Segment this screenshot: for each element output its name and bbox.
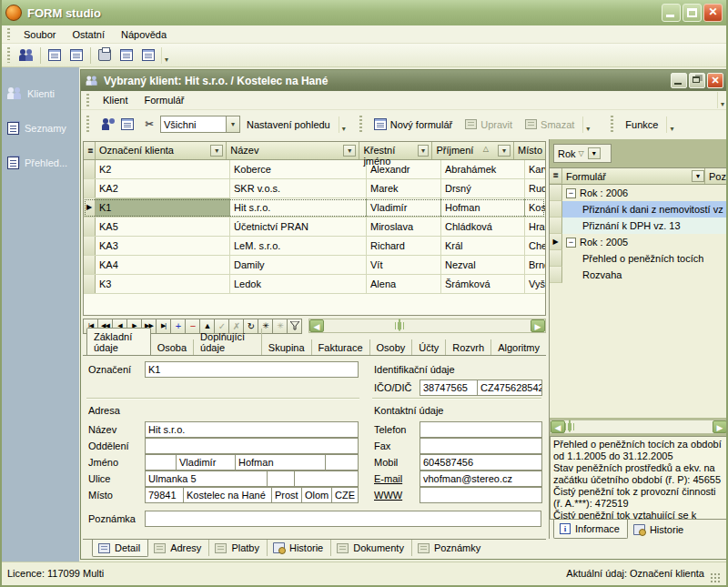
company-filter-button[interactable] [116,115,138,135]
oznaceni-field[interactable]: K1 [145,361,359,378]
toolbar-grip[interactable] [86,116,90,132]
column-header-misto[interactable]: Místo [514,142,545,159]
tab-informace[interactable]: iInformace [553,520,628,539]
kraj-field[interactable]: Olom [301,487,332,503]
column-header-oznaceni[interactable]: Označení klienta▾ [96,142,227,159]
tab-adresy[interactable]: Adresy [148,540,209,556]
ulice-field[interactable]: Ulmanka 5 [145,471,268,487]
table-row[interactable]: K2 Koberce Alexandr Abrahámek Karv [84,160,545,179]
view-settings-button[interactable]: Nastavení pohledu [240,116,337,133]
sidebar-item-seznamy[interactable]: Seznamy [2,115,79,142]
misto-field[interactable]: Kostelec na Hané [183,487,272,503]
tab-historie-info[interactable]: Historie [628,520,691,539]
menu-napoveda[interactable]: Nápověda [113,27,175,42]
grid-menu-icon[interactable]: ≣ [84,142,96,159]
collapse-icon[interactable]: − [566,238,576,248]
tab-osoba[interactable]: Osoba [151,339,194,356]
chevron-down-icon[interactable]: ▾ [210,145,223,157]
telefon-field[interactable] [420,421,542,438]
chevron-down-icon[interactable]: ▾ [588,147,601,159]
forms-button[interactable] [66,46,87,66]
cislo2-field[interactable] [294,471,359,487]
scroll-right-arrow[interactable]: ▶ [531,319,545,332]
nav-filter-button[interactable] [287,319,302,334]
copy-button[interactable] [116,46,137,66]
child-close-button[interactable]: ✕ [707,73,723,88]
new-form-button[interactable]: Nový formulář [368,116,459,133]
tab-dokumenty[interactable]: Dokumenty [331,540,412,556]
toolbar-chevron[interactable]: ▾ [582,116,592,133]
prijmeni-field[interactable]: Hofman [235,454,326,471]
column-header-nazev[interactable]: Název▾ [227,142,359,159]
client-filter-combobox[interactable]: Všichni ▾ [160,116,240,133]
tab-algoritmy[interactable]: Algoritmy [491,339,546,356]
menu-klient[interactable]: Klient [95,93,136,107]
grid-horizontal-scrollbar[interactable]: ◀ ▶ [308,319,546,333]
table-row[interactable]: KA2 SKR v.o.s. Marek Drsný Rudn [84,179,545,198]
toolbar-grip[interactable] [359,116,363,132]
delete-form-button[interactable]: Smazat [519,116,581,133]
toolbar-grip[interactable] [610,116,614,132]
tab-osoby[interactable]: Osoby [370,339,413,356]
forms-item-row[interactable]: Přiznání k DPH vz. 13 [550,218,728,234]
tab-poznamky[interactable]: Poznámky [412,540,488,556]
tab-detail[interactable]: Detail [92,540,148,557]
poznamka-field[interactable] [145,511,541,527]
scrollbar-thumb[interactable] [569,420,571,432]
column-header-prijmeni[interactable]: Příjmení△▾ [432,142,514,159]
sidebar-item-prehled[interactable]: Přehled... [2,149,79,177]
sidebar-item-klienti[interactable]: Klienti [2,80,79,107]
ico-field[interactable]: 38747565 [420,380,478,396]
menu-soubor[interactable]: Soubor [15,27,64,42]
collapse-icon[interactable]: − [566,188,576,198]
column-header-krestni-jmeno[interactable]: Křestní jméno▾ [359,142,432,159]
menu-ostatni[interactable]: Ostatní [64,27,112,42]
child-restore-button[interactable] [689,73,705,88]
minimize-button[interactable] [662,4,681,22]
okres-field[interactable]: Prost [271,487,302,503]
forms-item-row[interactable]: Rozvaha [550,267,728,283]
scroll-right-arrow[interactable]: ▶ [713,420,727,433]
tab-rozvrh[interactable]: Rozvrh [446,339,491,356]
chevron-down-icon[interactable]: ▾ [418,145,430,157]
titul-field[interactable] [145,454,177,471]
tab-zakladni-udaje[interactable]: Základní údaje [86,328,151,356]
table-row-selected[interactable]: ▶ K1 Hit s.r.o. Vladimír Hofman Kost [84,198,545,218]
clients-button[interactable] [15,46,37,66]
functions-button[interactable]: Funkce [619,116,664,133]
cislo1-field[interactable] [267,471,295,487]
calculator-button[interactable] [44,46,66,66]
www-link-label[interactable]: WWW [374,490,402,501]
nazev-field[interactable]: Hit s.r.o. [145,421,359,438]
fax-field[interactable] [420,438,542,454]
toolbar-chevron[interactable]: ▾ [666,116,676,133]
tab-ucty[interactable]: Účty [412,339,446,356]
person-filter-button[interactable] [95,115,116,135]
table-row[interactable]: KA5 Účetnictví PRAN Miroslava Chládková … [84,218,545,237]
nav-insert-button[interactable]: + [170,319,186,334]
email-link-label[interactable]: E-mail [374,473,402,484]
child-minimize-button[interactable] [671,73,687,88]
chevron-down-icon[interactable]: ▾ [226,116,239,132]
menu-formular[interactable]: Formulář [136,93,193,107]
nav-goto-bookmark-button[interactable]: ✳ [272,319,288,334]
forms-item-row-selected[interactable]: Přiznání k dani z nemovitostí vz [550,201,728,218]
forms-horizontal-scrollbar[interactable]: ◀ ▶ [550,420,728,434]
toolbar-grip[interactable] [6,47,11,64]
stat-field[interactable]: CZE [331,487,359,503]
scrollbar-thumb[interactable] [399,319,400,331]
toolbar-options-chevron[interactable]: ▾ [161,47,171,64]
rok-filter-box[interactable]: Rok ▽ ▾ [553,144,612,163]
column-header-poz[interactable]: Poz [704,168,728,184]
table-row[interactable]: KA3 LeM. s.r.o. Richard Král Cheb [84,237,545,256]
grid-menu-icon[interactable]: ≣ [550,168,562,184]
oddeleni-field[interactable] [145,438,359,454]
toolbar-grip[interactable] [6,28,11,40]
maximize-button[interactable] [682,4,702,22]
chevron-down-icon[interactable]: ▾ [692,170,704,182]
mobil-field[interactable]: 604587456 [420,454,542,471]
edit-form-button[interactable]: Upravit [459,116,519,133]
jmeno-field[interactable]: Vladimír [176,454,236,471]
forms-group-row[interactable]: −Rok : 2006 [550,185,728,201]
tab-fakturace[interactable]: Fakturace [312,339,370,356]
